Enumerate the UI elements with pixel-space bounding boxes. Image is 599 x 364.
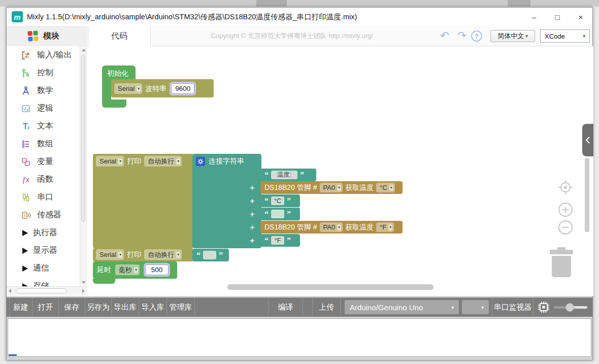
export-library-button[interactable]: 导出库 [112, 297, 139, 317]
serial-port-dropdown[interactable]: Serial ▾ [114, 83, 142, 94]
undo-icon[interactable]: ↶ [438, 26, 451, 46]
collapse-panel-tab[interactable] [582, 124, 593, 156]
string-field[interactable] [203, 251, 216, 259]
chevron-down-icon: ▾ [176, 158, 180, 164]
import-library-button[interactable]: 导入库 [139, 297, 167, 317]
manage-library-button[interactable]: 管理库 [167, 297, 195, 317]
chip-icon[interactable] [538, 301, 550, 313]
sidebar-item-storage[interactable]: 存储 [7, 277, 80, 286]
sidebar-item-io[interactable]: 输入/输出 [7, 46, 80, 64]
desktop-smudge [508, 0, 530, 7]
delay-unit-value: 毫秒 [119, 266, 132, 275]
sidebar-item-array[interactable]: 数组 [7, 135, 80, 153]
minimize-button[interactable]: – [522, 8, 546, 26]
init-block-foot[interactable] [102, 100, 126, 108]
desktop-background: m Mixly 1.1.5(D:\mixly_arduino\sample\Ar… [0, 0, 599, 364]
gear-icon[interactable] [196, 157, 205, 166]
save-button[interactable]: 保存 [59, 297, 85, 317]
sidebar-vertical-scrollbar[interactable] [80, 46, 86, 286]
serial-baud-block[interactable]: Serial ▾ 波特率 9600 [111, 79, 214, 97]
sidebar-horizontal-scrollbar[interactable] [7, 286, 87, 295]
board-dropdown[interactable]: Arduino/Genuino Uno ▾ [345, 300, 459, 314]
ds18b20-block-fahrenheit[interactable]: DS18B20 管脚 # PA0 ▾ 获取温度 °F ▾ [260, 221, 403, 234]
serial-print-block-2[interactable]: Serial ▾ 打印 自动换行 ▾ [93, 248, 193, 261]
sidebar-item-function[interactable]: ƒx 函数 [7, 171, 80, 188]
serial-print-block-1[interactable]: Serial ▾ 打印 自动换行 ▾ [93, 154, 193, 248]
new-button[interactable]: 新建 [9, 297, 32, 317]
trash-icon[interactable] [550, 246, 576, 278]
serial-port-dropdown[interactable]: Serial ▾ [96, 156, 124, 167]
open-button[interactable]: 打开 [32, 297, 59, 317]
sidebar-item-actuator[interactable]: 执行器 [7, 224, 80, 242]
string-block-item1[interactable]: “ 温度: ” [260, 169, 316, 181]
scroll-down-icon[interactable] [82, 281, 86, 284]
pin-dropdown[interactable]: PA0 ▾ [320, 222, 343, 232]
zoom-slider-knob[interactable] [565, 303, 574, 312]
titlebar[interactable]: m Mixly 1.1.5(D:\mixly_arduino\sample\Ar… [7, 8, 592, 26]
ds18b20-label: DS18B20 管脚 # [264, 223, 317, 232]
upload-button[interactable]: 上传 [313, 297, 341, 317]
scrollbar-thumb[interactable] [81, 54, 85, 222]
sidebar-item-text[interactable]: 文本 [7, 117, 80, 135]
save-as-button[interactable]: 另存为 [85, 297, 112, 317]
sidebar-item-sensor[interactable]: 传感器 [7, 206, 80, 224]
string-block-item4[interactable]: “ ” [260, 208, 300, 220]
scroll-left-icon[interactable] [9, 289, 11, 293]
sidebar-item-control[interactable]: 控制 [7, 64, 80, 82]
sidebar-item-serial[interactable]: 串口 [7, 188, 80, 206]
ds18b20-block-celsius[interactable]: DS18B20 管脚 # PA0 ▾ 获取温度 °C ▾ [260, 181, 403, 194]
string-field[interactable]: °C [271, 196, 284, 205]
sidebar-item-communication[interactable]: 通信 [7, 259, 80, 277]
string-field[interactable]: °F [271, 236, 284, 245]
canvas-horizontal-scrollbar[interactable] [227, 284, 434, 290]
print-label: 打印 [127, 250, 141, 259]
center-view-button[interactable] [558, 180, 573, 195]
redo-icon[interactable]: ↷ [455, 26, 469, 46]
delay-value-field[interactable]: 500 [145, 264, 169, 275]
language-dropdown[interactable]: 简体中文 ▾ [490, 30, 535, 42]
scroll-right-icon[interactable] [82, 289, 85, 293]
zoom-out-button[interactable] [558, 220, 573, 235]
string-block-item6[interactable]: “ °F ” [260, 234, 300, 247]
sidebar-item-math[interactable]: 数学 [7, 82, 80, 100]
variable-icon [21, 157, 31, 167]
help-icon[interactable]: ? [471, 30, 482, 42]
unit-dropdown[interactable]: °C ▾ [376, 183, 395, 192]
baud-value-field[interactable]: 9600 [171, 83, 194, 94]
string-block-empty[interactable]: “ ” [192, 249, 229, 261]
close-button[interactable]: × [569, 8, 592, 26]
compile-button[interactable]: 编译 [269, 297, 303, 317]
port-dropdown[interactable]: ▾ [462, 300, 489, 314]
delay-unit-dropdown[interactable]: 毫秒 ▾ [115, 264, 140, 275]
delay-block[interactable]: 延时 毫秒 ▾ 500 [93, 261, 177, 279]
plus-separator: + [248, 221, 256, 234]
scroll-up-icon[interactable] [82, 49, 86, 51]
sidebar-item-logic[interactable]: 逻辑 [7, 100, 80, 117]
init-block[interactable]: 初始化 [102, 65, 136, 81]
math-icon [21, 86, 31, 96]
desktop-smudge [256, 0, 287, 7]
canvas-vertical-scrollbar[interactable] [585, 158, 589, 232]
serial-port-dropdown[interactable]: Serial ▾ [96, 249, 124, 260]
zoom-in-button[interactable] [558, 202, 573, 217]
string-field[interactable]: 温度: [271, 171, 297, 179]
newline-dropdown[interactable]: 自动换行 ▾ [144, 156, 182, 167]
serial-monitor-button[interactable]: 串口监视器 [492, 297, 534, 317]
unit-dropdown[interactable]: °F ▾ [376, 222, 394, 232]
scrollbar-thumb[interactable] [16, 288, 66, 293]
chevron-down-icon: ▾ [337, 224, 341, 230]
sidebar-item-variable[interactable]: 变量 [7, 153, 80, 171]
init-block-spine[interactable] [102, 80, 111, 100]
string-field[interactable] [271, 210, 284, 218]
pin-dropdown[interactable]: PA0 ▾ [320, 183, 343, 192]
puzzle-icon [27, 30, 38, 41]
sidebar-item-display[interactable]: 显示器 [7, 242, 80, 259]
tab-code[interactable]: 代码 [88, 26, 151, 47]
newline-dropdown[interactable]: 自动换行 ▾ [144, 249, 182, 260]
delay-block-foot[interactable] [93, 279, 115, 284]
sidebar-item-label: 数学 [37, 85, 53, 96]
blockly-workspace[interactable]: 初始化 Serial ▾ 波特率 9600 [87, 46, 593, 296]
string-block-item3[interactable]: “ °C ” [260, 194, 300, 207]
maximize-button[interactable]: □ [546, 8, 569, 26]
ide-dropdown[interactable]: XCode ▾ [540, 29, 590, 43]
